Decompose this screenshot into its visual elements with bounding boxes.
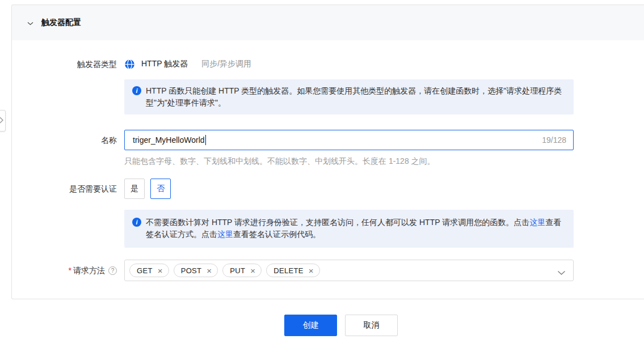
method-tag-put-label: PUT	[230, 266, 245, 275]
method-tag-delete: DELETE ×	[266, 264, 319, 277]
method-tag-delete-label: DELETE	[273, 266, 303, 275]
auth-row: 是否需要认证 是 否	[12, 179, 644, 199]
info-icon: i	[132, 218, 141, 227]
trigger-type-row: 触发器类型 HTTP 触发器 同步/异步调用	[12, 58, 644, 70]
cancel-button[interactable]: 取消	[345, 315, 398, 336]
text-caret	[205, 135, 206, 145]
name-input[interactable]: triger_MyHelloWorld 19/128	[124, 130, 574, 150]
side-panel-expander[interactable]	[0, 110, 6, 132]
request-method-row: * 请求方法 ? GET × POST × PUT × DELETE	[12, 260, 644, 281]
trigger-type-notice-banner: i HTTP 函数只能创建 HTTP 类型的触发器。如果您需要使用其他类型的触发…	[124, 79, 574, 114]
tag-remove-icon[interactable]: ×	[207, 266, 212, 275]
link-signature-auth-example[interactable]: 这里	[217, 230, 233, 239]
panel-title: 触发器配置	[41, 18, 81, 28]
invocation-mode-label: 同步/异步调用	[201, 59, 251, 69]
tag-remove-icon[interactable]: ×	[158, 266, 163, 275]
method-multiselect[interactable]: GET × POST × PUT × DELETE ×	[124, 260, 574, 281]
name-label: 名称	[12, 134, 117, 146]
tag-remove-icon[interactable]: ×	[309, 266, 314, 275]
trigger-config-header[interactable]: 触发器配置	[12, 5, 644, 40]
chevron-right-icon	[0, 116, 3, 125]
question-circle-icon[interactable]: ?	[108, 266, 117, 275]
auth-notice-banner: i 不需要函数计算对 HTTP 请求进行身份验证，支持匿名访问，任何人都可以发 …	[124, 210, 574, 248]
link-signature-auth-method[interactable]: 这里	[529, 218, 545, 227]
create-button[interactable]: 创建	[284, 315, 337, 336]
name-helper-text: 只能包含字母、数字、下划线和中划线。不能以数字、中划线开头。长度在 1-128 …	[124, 156, 435, 166]
name-input-value: triger_MyHelloWorld	[133, 135, 205, 145]
info-icon: i	[132, 86, 141, 95]
globe-icon	[124, 59, 135, 70]
char-counter: 19/128	[542, 135, 566, 145]
method-tag-get: GET ×	[129, 264, 169, 277]
required-asterisk: *	[69, 265, 71, 276]
form-actions: 创建 取消	[284, 315, 398, 336]
auth-label: 是否需要认证	[12, 183, 117, 194]
chevron-down-icon[interactable]	[27, 18, 33, 27]
trigger-type-value: HTTP 触发器	[141, 59, 188, 69]
tag-remove-icon[interactable]: ×	[250, 266, 255, 275]
method-tag-put: PUT ×	[222, 264, 262, 277]
method-tag-post: POST ×	[174, 264, 218, 277]
method-tag-get-label: GET	[137, 266, 153, 275]
trigger-type-notice-text: HTTP 函数只能创建 HTTP 类型的触发器。如果您需要使用其他类型的触发器，…	[146, 85, 565, 109]
name-row: 名称 triger_MyHelloWorld 19/128	[12, 130, 644, 150]
auth-notice-part3: 查看签名认证示例代码。	[233, 230, 321, 239]
auth-notice-part1: 不需要函数计算对 HTTP 请求进行身份验证，支持匿名访问，任何人都可以发 HT…	[146, 218, 529, 227]
request-method-label-text: 请求方法	[73, 265, 105, 276]
trigger-config-panel: 触发器配置 触发器类型 HTTP 触发器 同步/异步调用 i HTTP 函数只能…	[11, 5, 644, 299]
auth-yes-button[interactable]: 是	[124, 179, 145, 199]
chevron-down-icon[interactable]	[557, 268, 566, 277]
method-tag-post-label: POST	[181, 266, 202, 275]
auth-notice-text: 不需要函数计算对 HTTP 请求进行身份验证，支持匿名访问，任何人都可以发 HT…	[146, 217, 565, 240]
trigger-type-label: 触发器类型	[12, 58, 117, 70]
auth-no-button[interactable]: 否	[150, 179, 171, 199]
request-method-label: * 请求方法 ?	[12, 265, 117, 276]
